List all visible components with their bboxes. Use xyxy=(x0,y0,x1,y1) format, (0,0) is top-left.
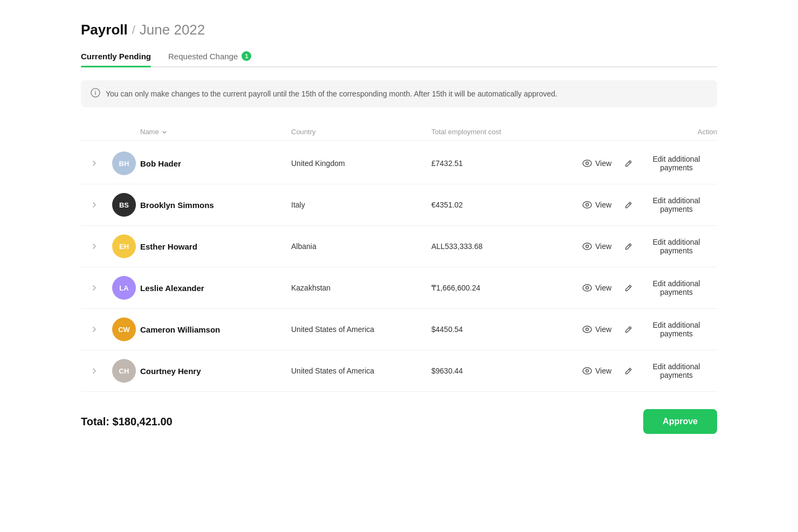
country-5: United States of America xyxy=(291,325,431,334)
footer: Total: $180,421.00 Approve xyxy=(81,409,717,434)
avatar-1: BH xyxy=(112,151,136,175)
action-cell-3: View Edit additional payments xyxy=(582,238,717,255)
country-1: United Kingdom xyxy=(291,159,431,168)
table-row: CH Courtney Henry United States of Ameri… xyxy=(81,350,717,392)
breadcrumb-separator: / xyxy=(132,23,135,37)
action-cell-2: View Edit additional payments xyxy=(582,196,717,213)
table-row: BS Brooklyn Simmons Italy €4351.02 View … xyxy=(81,184,717,226)
svg-point-6 xyxy=(583,243,591,250)
svg-text:i: i xyxy=(95,90,97,96)
svg-point-5 xyxy=(586,204,589,206)
sort-icon xyxy=(161,129,168,135)
eye-icon xyxy=(582,284,592,292)
tab-currently-pending-label: Currently Pending xyxy=(81,52,151,61)
eye-icon xyxy=(582,243,592,250)
tab-requested-change-badge: 1 xyxy=(242,51,251,61)
breadcrumb: Payroll / June 2022 xyxy=(81,22,717,38)
svg-point-8 xyxy=(583,285,591,291)
total-label: Total: $180,421.00 xyxy=(81,416,173,428)
expand-button-5[interactable] xyxy=(81,326,108,333)
avatar-cell-2: BS xyxy=(108,193,140,217)
eye-icon xyxy=(582,326,592,333)
svg-point-7 xyxy=(586,245,589,248)
avatar-cell-6: CH xyxy=(108,359,140,383)
edit-button-4[interactable]: Edit additional payments xyxy=(624,279,717,296)
tab-requested-change-label: Requested Change xyxy=(168,52,238,61)
approve-button[interactable]: Approve xyxy=(643,409,717,434)
eye-icon xyxy=(582,201,592,209)
col-country-header: Country xyxy=(291,128,431,136)
employee-name-5: Cameron Williamson xyxy=(140,325,291,334)
edit-icon xyxy=(624,284,632,292)
country-3: Albania xyxy=(291,242,431,251)
tab-currently-pending[interactable]: Currently Pending xyxy=(81,52,151,66)
view-button-2[interactable]: View xyxy=(582,201,611,209)
cost-3: ALL533,333.68 xyxy=(431,242,582,251)
eye-icon xyxy=(582,367,592,375)
col-name-header[interactable]: Name xyxy=(140,128,291,136)
col-avatar-header xyxy=(108,128,140,136)
employee-name-1: Bob Hader xyxy=(140,159,291,168)
edit-icon xyxy=(624,201,632,209)
svg-point-3 xyxy=(586,162,589,165)
edit-button-6[interactable]: Edit additional payments xyxy=(624,362,717,379)
edit-icon xyxy=(624,243,632,251)
expand-button-2[interactable] xyxy=(81,201,108,209)
avatar-5: CW xyxy=(112,317,136,341)
table-row: EH Esther Howard Albania ALL533,333.68 V… xyxy=(81,226,717,267)
view-button-3[interactable]: View xyxy=(582,242,611,251)
table-header: Name Country Total employment cost Actio… xyxy=(81,123,717,141)
info-icon: i xyxy=(91,88,100,100)
employee-name-2: Brooklyn Simmons xyxy=(140,201,291,210)
view-button-4[interactable]: View xyxy=(582,284,611,292)
eye-icon xyxy=(582,160,592,167)
edit-button-5[interactable]: Edit additional payments xyxy=(624,321,717,338)
edit-icon xyxy=(624,326,632,334)
info-banner-text: You can only make changes to the current… xyxy=(106,89,558,98)
avatar-cell-1: BH xyxy=(108,151,140,175)
expand-button-4[interactable] xyxy=(81,284,108,292)
breadcrumb-month: June 2022 xyxy=(140,22,205,38)
avatar-4: LA xyxy=(112,276,136,300)
table-body: BH Bob Hader United Kingdom £7432.51 Vie… xyxy=(81,143,717,392)
view-button-1[interactable]: View xyxy=(582,159,611,168)
cost-6: $9630.44 xyxy=(431,367,582,375)
edit-button-1[interactable]: Edit additional payments xyxy=(624,155,717,172)
avatar-cell-3: EH xyxy=(108,234,140,258)
col-expand-header xyxy=(81,128,108,136)
tab-bar: Currently Pending Requested Change 1 xyxy=(81,51,717,67)
svg-point-13 xyxy=(586,370,589,372)
action-cell-5: View Edit additional payments xyxy=(582,321,717,338)
edit-icon xyxy=(624,160,632,168)
svg-point-9 xyxy=(586,287,589,289)
country-2: Italy xyxy=(291,201,431,209)
expand-button-3[interactable] xyxy=(81,243,108,250)
svg-point-11 xyxy=(586,328,589,331)
view-button-5[interactable]: View xyxy=(582,325,611,334)
table-row: BH Bob Hader United Kingdom £7432.51 Vie… xyxy=(81,143,717,184)
view-button-6[interactable]: View xyxy=(582,367,611,375)
svg-point-10 xyxy=(583,326,591,333)
avatar-6: CH xyxy=(112,359,136,383)
svg-point-4 xyxy=(583,202,591,208)
col-cost-header: Total employment cost xyxy=(431,128,582,136)
employee-name-3: Esther Howard xyxy=(140,242,291,251)
expand-button-1[interactable] xyxy=(81,160,108,167)
edit-icon xyxy=(624,367,632,375)
country-4: Kazakhstan xyxy=(291,284,431,292)
employee-name-4: Leslie Alexander xyxy=(140,284,291,293)
edit-button-2[interactable]: Edit additional payments xyxy=(624,196,717,213)
table-row: LA Leslie Alexander Kazakhstan ₸1,666,60… xyxy=(81,267,717,309)
action-cell-6: View Edit additional payments xyxy=(582,362,717,379)
expand-button-6[interactable] xyxy=(81,367,108,375)
edit-button-3[interactable]: Edit additional payments xyxy=(624,238,717,255)
svg-point-12 xyxy=(583,368,591,374)
action-cell-4: View Edit additional payments xyxy=(582,279,717,296)
col-action-header: Action xyxy=(582,128,717,136)
breadcrumb-payroll: Payroll xyxy=(81,22,128,38)
cost-1: £7432.51 xyxy=(431,159,582,168)
avatar-3: EH xyxy=(112,234,136,258)
employee-name-6: Courtney Henry xyxy=(140,367,291,376)
cost-5: $4450.54 xyxy=(431,325,582,334)
tab-requested-change[interactable]: Requested Change 1 xyxy=(168,51,251,66)
